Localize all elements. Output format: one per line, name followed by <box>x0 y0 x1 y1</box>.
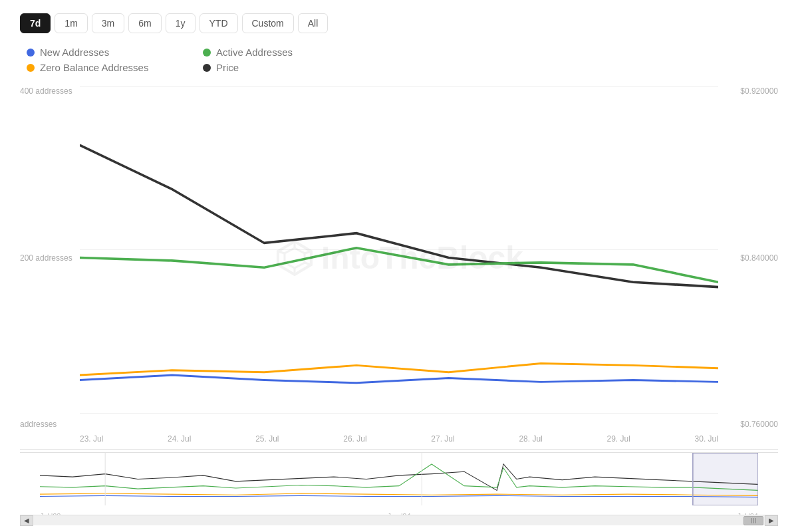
y-right-mid: $0.840000 <box>740 253 778 263</box>
time-btn-1m[interactable]: 1m <box>55 13 87 33</box>
legend-label-zero-balance: Zero Balance Addresses <box>40 62 148 73</box>
time-btn-custom[interactable]: Custom <box>242 13 294 33</box>
x-label-6: 29. Jul <box>606 434 630 444</box>
x-label-3: 26. Jul <box>343 434 366 444</box>
y-right-top: $0.920000 <box>740 86 778 96</box>
legend-item-active-addresses: Active Addresses <box>203 47 352 58</box>
mini-svg <box>40 453 758 505</box>
main-chart: 400 addresses 200 addresses addresses $0… <box>20 86 778 450</box>
chart-wrapper: 400 addresses 200 addresses addresses $0… <box>20 86 778 525</box>
time-btn-ytd[interactable]: YTD <box>200 13 238 33</box>
scroll-left-arrow[interactable]: ◀ <box>20 515 33 526</box>
x-label-1: 24. Jul <box>168 434 191 444</box>
y-axis-right: $0.920000 $0.840000 $0.760000 <box>718 86 778 429</box>
legend-item-new-addresses: New Addresses <box>27 47 176 58</box>
x-label-5: 28. Jul <box>519 434 542 444</box>
mini-chart-area <box>40 453 758 505</box>
legend-label-price: Price <box>216 62 239 73</box>
time-btn-1y[interactable]: 1y <box>166 13 196 33</box>
scroll-right-arrow[interactable]: ▶ <box>765 515 778 526</box>
x-label-2: 25. Jul <box>255 434 279 444</box>
legend-dot-zero-balance <box>27 64 35 72</box>
x-label-0: 23. Jul <box>80 434 103 444</box>
time-btn-3m[interactable]: 3m <box>92 13 124 33</box>
legend-dot-price <box>203 64 211 72</box>
time-btn-all[interactable]: All <box>298 13 329 33</box>
chart-svg-container: IntoTheBlock <box>80 86 718 429</box>
scroll-thumb[interactable] <box>743 516 763 525</box>
mini-chart-section: Jul '23Jan '24Jul '24 ◀ ▶ <box>20 452 778 525</box>
legend-dot-active-addresses <box>203 49 211 57</box>
chart-legend: New Addresses Active Addresses Zero Bala… <box>20 47 352 73</box>
scrollbar-track: ◀ ▶ <box>20 515 778 525</box>
time-controls: 7d1m3m6m1yYTDCustomAll <box>20 13 778 33</box>
legend-dot-new-addresses <box>27 49 35 57</box>
main-chart-svg <box>80 86 718 429</box>
main-container: 7d1m3m6m1yYTDCustomAll New Addresses Act… <box>0 0 798 532</box>
svg-rect-8 <box>693 453 758 505</box>
x-axis: 23. Jul24. Jul25. Jul26. Jul27. Jul28. J… <box>80 429 718 449</box>
legend-label-active-addresses: Active Addresses <box>216 47 293 58</box>
legend-item-price: Price <box>203 62 352 73</box>
legend-label-new-addresses: New Addresses <box>40 47 109 58</box>
x-label-7: 30. Jul <box>695 434 718 444</box>
x-label-4: 27. Jul <box>431 434 454 444</box>
legend-item-zero-balance: Zero Balance Addresses <box>27 62 176 73</box>
y-right-bot: $0.760000 <box>740 420 778 429</box>
time-btn-6m[interactable]: 6m <box>128 13 161 33</box>
time-btn-7d[interactable]: 7d <box>20 13 51 33</box>
